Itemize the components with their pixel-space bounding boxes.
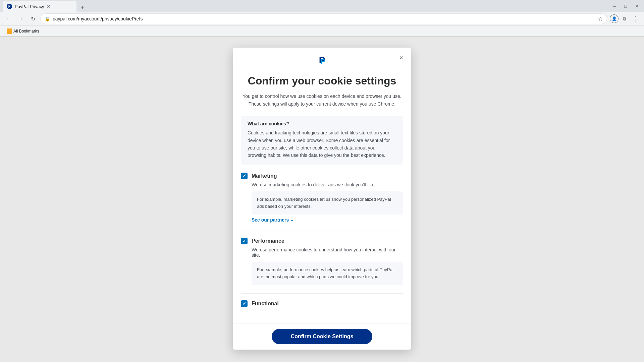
lock-icon: 🔒 (45, 16, 50, 21)
functional-title: Functional (252, 301, 279, 307)
browser-toolbar: ← → ↻ 🔒 paypal.com/myaccount/privacy/coo… (0, 12, 644, 25)
forward-button[interactable]: → (16, 14, 25, 23)
marketing-description: We use marketing cookies to deliver ads … (241, 182, 403, 187)
performance-section: ✓ Performance We use performance cookies… (241, 238, 403, 285)
marketing-example-box: For example, marketing cookies let us sh… (252, 191, 403, 215)
toolbar-actions: 👤 ⧉ ⋮ (610, 14, 640, 23)
active-tab[interactable]: P PayPal Privacy ✕ (3, 1, 76, 12)
svg-text:P: P (320, 57, 325, 66)
page-background: × P P Confirm your cookie settings You g… (0, 48, 644, 362)
new-tab-button[interactable]: + (78, 3, 87, 12)
paypal-logo: P P (315, 56, 329, 69)
bookmarks-folder[interactable]: All Bookmarks (4, 27, 42, 35)
performance-title: Performance (252, 238, 284, 244)
marketing-checkbox[interactable]: ✓ (241, 173, 248, 179)
info-box-title: What are cookies? (248, 121, 396, 126)
close-window-icon[interactable]: ✕ (632, 2, 641, 10)
bookmarks-label: All Bookmarks (13, 29, 39, 34)
performance-example-box: For example, performance cookies help us… (252, 262, 403, 285)
marketing-section: ✓ Marketing We use marketing cookies to … (241, 173, 403, 223)
menu-button[interactable]: ⋮ (631, 14, 640, 23)
tab-close-icon[interactable]: ✕ (47, 4, 51, 9)
profile-button[interactable]: 👤 (610, 14, 619, 23)
url-text[interactable]: paypal.com/myaccount/privacy/cookiePrefs (53, 16, 595, 21)
reload-button[interactable]: ↻ (28, 14, 38, 23)
back-button[interactable]: ← (4, 14, 13, 23)
modal-title: Confirm your cookie settings (241, 74, 403, 87)
minimize-icon[interactable]: ─ (610, 2, 619, 10)
modal-scroll-area[interactable]: × P P Confirm your cookie settings You g… (233, 48, 411, 350)
performance-description: We use performance cookies to understand… (241, 247, 403, 258)
performance-checkbox[interactable]: ✓ (241, 238, 248, 244)
info-box-text: Cookies and tracking technologies are sm… (248, 129, 396, 159)
browser-chrome: P PayPal Privacy ✕ + ─ □ ✕ ← → ↻ 🔒 paypa… (0, 0, 644, 37)
checkmark-icon: ✓ (243, 239, 246, 244)
modal-body: What are cookies? Cookies and tracking t… (233, 116, 411, 323)
modal-close-button[interactable]: × (396, 53, 406, 62)
tab-title: PayPal Privacy (15, 4, 44, 9)
bookmarks-bar: All Bookmarks (0, 25, 644, 36)
chevron-down-icon: ⌄ (290, 218, 293, 222)
partners-link-text: See our partners (252, 217, 289, 223)
performance-header: ✓ Performance (241, 238, 403, 244)
functional-header: ✓ Functional (241, 300, 403, 307)
divider-2 (241, 293, 403, 294)
tab-strip: P PayPal Privacy ✕ + (3, 0, 610, 12)
checkmark-icon: ✓ (243, 173, 246, 178)
folder-icon (7, 28, 12, 34)
marketing-example-text: For example, marketing cookies let us sh… (257, 196, 398, 210)
modal-overlay: × P P Confirm your cookie settings You g… (0, 48, 644, 362)
tab-favicon: P (7, 4, 12, 9)
functional-checkbox[interactable]: ✓ (241, 300, 248, 307)
divider-1 (241, 231, 403, 231)
profile-icon: 👤 (612, 16, 617, 21)
performance-example-text: For example, performance cookies help us… (257, 266, 398, 281)
confirm-cookie-settings-button[interactable]: Confirm Cookie Settings (272, 329, 372, 344)
address-bar[interactable]: 🔒 paypal.com/myaccount/privacy/cookiePre… (40, 13, 607, 24)
bookmark-star-icon[interactable]: ☆ (598, 16, 603, 22)
modal-subtitle: You get to control how we use cookies on… (241, 93, 403, 108)
modal-header: × P P Confirm your cookie settings You g… (233, 48, 411, 108)
confirm-button-bar: Confirm Cookie Settings (233, 323, 411, 350)
see-partners-link[interactable]: See our partners ⌄ (241, 217, 403, 223)
marketing-title: Marketing (252, 173, 277, 179)
cookie-settings-modal: × P P Confirm your cookie settings You g… (233, 48, 411, 350)
maximize-icon[interactable]: □ (622, 2, 630, 10)
window-controls: ─ □ ✕ (610, 2, 641, 10)
checkmark-icon: ✓ (243, 301, 246, 306)
marketing-header: ✓ Marketing (241, 173, 403, 179)
functional-section: ✓ Functional (241, 300, 403, 307)
extensions-button[interactable]: ⧉ (620, 14, 629, 23)
cookies-info-box: What are cookies? Cookies and tracking t… (241, 116, 403, 165)
tab-bar: P PayPal Privacy ✕ + ─ □ ✕ (0, 0, 644, 12)
